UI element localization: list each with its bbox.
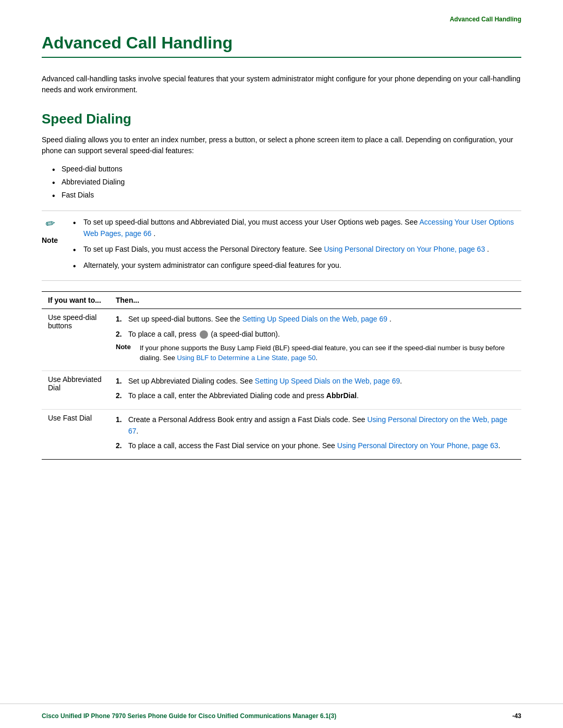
table-row: Use Fast Dial 1. Create a Personal Addre… [42,409,521,459]
footer-left-text: Cisco Unified IP Phone 7970 Series Phone… [42,712,336,720]
footer-right-text: -43 [512,712,521,720]
list-item: Fast Dials [52,189,521,202]
inner-note-label: Note [116,343,136,363]
inner-note: Note If your phone supports the Busy Lam… [116,343,515,363]
list-item: Abbreviated Dialing [52,176,521,189]
note-item-1-period: . [153,229,155,238]
note-item-1-text: To set up speed-dial buttons and Abbrevi… [83,218,419,226]
step-text: Set up Abbreviated Dialing codes. See Se… [128,375,402,387]
step-num: 2. [116,390,125,401]
chapter-intro: Advanced call-handling tasks involve spe… [42,73,521,95]
table-row: Use speed-dial buttons 1. Set up speed-d… [42,309,521,371]
step-link[interactable]: Setting Up Speed Dials on the Web, page … [255,377,400,385]
steps-list: 1. Create a Personal Address Book entry … [116,414,515,452]
note-label: Note [42,236,58,244]
step-text: To place a call, access the Fast Dial se… [128,440,500,451]
inner-note-text: If your phone supports the Busy Lamp Fie… [140,343,515,363]
section-title-speed-dialing: Speed Dialing [42,111,521,127]
step-num: 1. [116,313,125,325]
step-item: 1. Set up Abbreviated Dialing codes. See… [116,375,515,387]
header-title: Advanced Call Handling [450,16,521,23]
note-item-2-period: . [487,245,489,253]
note-bullet-list: To set up speed-dial buttons and Abbrevi… [73,216,521,272]
chapter-title: Advanced Call Handling [42,33,521,58]
note-icon-area: ✏ Note [42,216,73,276]
step-text: Set up speed-dial buttons. See the Setti… [128,313,391,325]
content-area: Advanced Call Handling Advanced call-han… [0,28,563,491]
step-num: 1. [116,414,125,437]
step-item: 1. Create a Personal Address Book entry … [116,414,515,437]
step-text: To place a call, enter the Abbreviated D… [128,390,359,401]
speed-dialing-intro: Speed dialing allows you to enter an ind… [42,134,521,156]
step-item: 1. Set up speed-dial buttons. See the Se… [116,313,515,325]
step-link[interactable]: Setting Up Speed Dials on the Web, page … [242,315,387,323]
note-content: To set up speed-dial buttons and Abbrevi… [73,216,521,276]
note-section: ✏ Note To set up speed-dial buttons and … [42,211,521,281]
step-num: 2. [116,440,125,451]
table-cell-if: Use speed-dial buttons [42,309,109,371]
step-num: 2. [116,328,125,340]
note-item-2-text: To set up Fast Dials, you must access th… [83,245,324,253]
step-num: 1. [116,375,125,387]
inner-note-link[interactable]: Using BLF to Determine a Line State, pag… [177,354,316,362]
table-cell-then: 1. Set up speed-dial buttons. See the Se… [109,309,521,371]
step-text-before: Set up speed-dial buttons. See the [128,315,242,323]
table-cell-then: 1. Set up Abbreviated Dialing codes. See… [109,371,521,409]
steps-list: 1. Set up Abbreviated Dialing codes. See… [116,375,515,402]
step-item: 2. To place a call, access the Fast Dial… [116,440,515,451]
step-link-2[interactable]: Using Personal Directory on Your Phone, … [337,441,498,450]
speed-dial-table: If you want to... Then... Use speed-dial… [42,291,521,460]
table-row: Use Abbreviated Dial 1. Set up Abbreviat… [42,371,521,409]
table-cell-if: Use Fast Dial [42,409,109,459]
header-bar: Advanced Call Handling [0,0,563,28]
page-container: Advanced Call Handling Advanced Call Han… [0,0,563,728]
step-item: 2. To place a call, enter the Abbreviate… [116,390,515,401]
note-item-1: To set up speed-dial buttons and Abbrevi… [73,216,521,240]
steps-list: 1. Set up speed-dial buttons. See the Se… [116,313,515,340]
list-item: Speed-dial buttons [52,163,521,176]
table-header-then: Then... [109,292,521,309]
pencil-icon: ✏ [45,216,56,231]
note-link-2[interactable]: Using Personal Directory on Your Phone, … [324,245,485,253]
note-item-3: Alternately, your system administrator c… [73,260,521,271]
note-item-3-text: Alternately, your system administrator c… [83,261,341,269]
step-text-after: . [389,315,391,323]
abbr-dial-label: AbbrDial [326,391,357,400]
footer-bar: Cisco Unified IP Phone 7970 Series Phone… [0,704,563,728]
step-text: Create a Personal Address Book entry and… [128,414,515,437]
table-cell-then: 1. Create a Personal Address Book entry … [109,409,521,459]
table-cell-if: Use Abbreviated Dial [42,371,109,409]
step-link[interactable]: Using Personal Directory on the Web, pag… [128,415,507,435]
speed-dial-button-icon [200,330,208,339]
table-header-if: If you want to... [42,292,109,309]
note-item-2: To set up Fast Dials, you must access th… [73,243,521,255]
step-text: To place a call, press (a speed-dial but… [128,328,280,340]
step-item: 2. To place a call, press (a speed-dial … [116,328,515,340]
features-list: Speed-dial buttons Abbreviated Dialing F… [52,163,521,202]
